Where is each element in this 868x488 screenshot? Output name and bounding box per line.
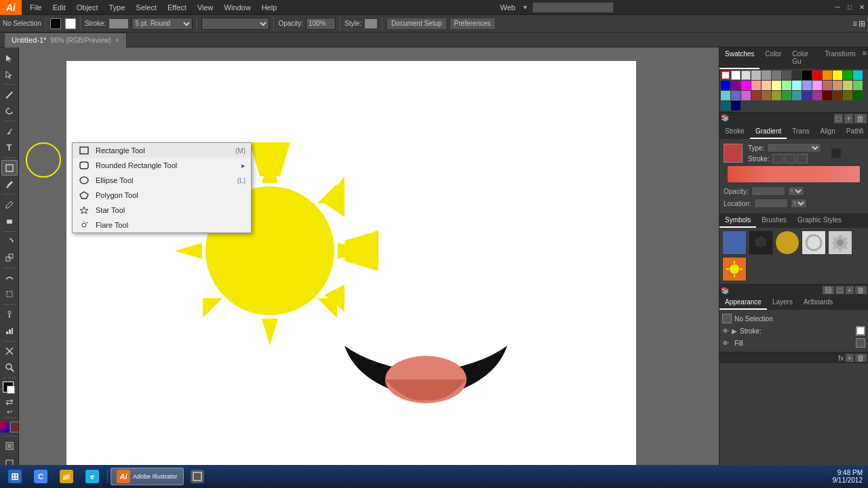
menu-window[interactable]: Window: [219, 2, 256, 13]
variable-select[interactable]: [201, 18, 269, 30]
stroke-align-outer-icon[interactable]: [797, 154, 808, 163]
swatch-item[interactable]: [843, 81, 852, 90]
fill-visibility-icon[interactable]: 👁: [722, 340, 729, 347]
magic-wand-tool-button[interactable]: [1, 87, 18, 102]
document-setup-button[interactable]: Document Setup: [387, 18, 447, 30]
slice-tool-button[interactable]: [1, 344, 18, 359]
maximize-button[interactable]: □: [844, 0, 856, 15]
graphic-styles-tab[interactable]: Graphic Styles: [792, 214, 847, 228]
swap-colors-icon[interactable]: ⇄: [5, 396, 14, 407]
stroke-appear-swatch[interactable]: [856, 326, 865, 336]
opacity-input[interactable]: [306, 18, 336, 30]
menu-view[interactable]: View: [192, 2, 219, 13]
view-mode-icon[interactable]: [1, 439, 18, 454]
preferences-button[interactable]: Preferences: [450, 18, 496, 30]
swatch-item[interactable]: [721, 91, 730, 100]
gradient-bar[interactable]: [728, 166, 860, 182]
swatch-item[interactable]: [772, 91, 781, 100]
swatch-item[interactable]: [823, 91, 832, 100]
rotate-tool-button[interactable]: [1, 234, 18, 249]
search-input[interactable]: [532, 2, 614, 13]
stroke-color-swatch[interactable]: [65, 18, 76, 29]
orange-swatch[interactable]: [823, 70, 832, 80]
menu-edit[interactable]: Edit: [47, 2, 71, 13]
symbols-tab[interactable]: Symbols: [719, 214, 756, 228]
fill-appear-swatch[interactable]: [856, 338, 865, 348]
document-tab[interactable]: Untitled-1* 96% (RGB/Preview) ×: [4, 33, 127, 47]
swatch-item[interactable]: [782, 91, 791, 100]
polygon-tool-menu-item[interactable]: Polygon Tool: [73, 188, 251, 203]
none-swatch[interactable]: [721, 70, 730, 80]
swatch-item[interactable]: [751, 70, 761, 80]
fill-color-swatch[interactable]: [50, 18, 61, 29]
delete-appearance-icon[interactable]: 🗑: [855, 354, 867, 362]
direct-selection-tool-button[interactable]: [1, 66, 18, 82]
swatch-item[interactable]: [823, 81, 832, 90]
shape-taskbar-button[interactable]: [185, 468, 210, 485]
swatch-item[interactable]: [802, 81, 812, 90]
star-tool-menu-item[interactable]: Star Tool: [73, 203, 251, 218]
swatch-library-icon[interactable]: 📚: [721, 114, 729, 123]
swatch-item[interactable]: [782, 70, 791, 80]
swatches-tab[interactable]: Swatches: [719, 47, 760, 69]
swatch-item[interactable]: [731, 101, 741, 110]
stroke-visibility-icon[interactable]: 👁: [722, 327, 729, 335]
color-fill-swatch[interactable]: [1, 380, 18, 396]
symbol-item-circle[interactable]: [775, 230, 800, 255]
swatch-item[interactable]: [843, 91, 852, 100]
shape-tool-button[interactable]: [1, 160, 18, 176]
swatch-item[interactable]: [833, 91, 842, 100]
transform-tab[interactable]: Transform: [819, 47, 861, 69]
opacity-value-input[interactable]: [751, 186, 785, 196]
black-swatch[interactable]: [802, 70, 812, 80]
stroke-expand-icon[interactable]: ▶: [732, 327, 737, 335]
menu-file[interactable]: File: [24, 2, 47, 13]
ellipse-tool-menu-item[interactable]: Ellipse Tool (L): [73, 173, 251, 188]
swatch-item[interactable]: [802, 91, 812, 100]
swatch-item[interactable]: [812, 81, 822, 90]
fx-icon[interactable]: fx: [838, 354, 844, 362]
layers-tab[interactable]: Layers: [767, 296, 798, 310]
illustrator-taskbar-button[interactable]: Ai Adobe Illustrator: [111, 468, 184, 485]
eraser-tool-button[interactable]: [1, 214, 18, 229]
pencil-tool-button[interactable]: [1, 197, 18, 212]
gradient-color-stop[interactable]: [724, 144, 743, 163]
delete-swatch-icon[interactable]: 🗑: [854, 114, 867, 123]
zoom-tool-button[interactable]: [1, 360, 18, 375]
selection-tool-button[interactable]: [1, 50, 18, 66]
transparency-panel-tab[interactable]: Trans: [787, 125, 814, 139]
swatch-item[interactable]: [751, 91, 761, 100]
new-color-group-icon[interactable]: □: [834, 114, 843, 123]
swatch-item[interactable]: [762, 91, 771, 100]
warp-tool-button[interactable]: [1, 270, 18, 286]
stroke-panel-tab[interactable]: Stroke: [719, 125, 750, 139]
magenta-swatch[interactable]: [741, 81, 751, 90]
paintbrush-tool-button[interactable]: [1, 176, 18, 192]
swatch-item[interactable]: [751, 81, 761, 90]
swatch-item[interactable]: [741, 91, 751, 100]
blue-swatch[interactable]: [721, 81, 730, 90]
purple-swatch[interactable]: [731, 81, 741, 90]
swatch-item[interactable]: [762, 81, 771, 90]
minimize-button[interactable]: ─: [831, 0, 844, 15]
swatch-item[interactable]: [772, 81, 781, 90]
brushes-tab[interactable]: Brushes: [756, 214, 792, 228]
flare-tool-menu-item[interactable]: Flare Tool: [73, 218, 251, 232]
swatch-item[interactable]: [762, 70, 771, 80]
swatch-item[interactable]: [792, 81, 802, 90]
panel-options-icon[interactable]: ≡: [852, 19, 857, 28]
new-appearance-icon[interactable]: +: [846, 354, 854, 362]
swatch-item[interactable]: [833, 81, 842, 90]
rectangle-tool-menu-item[interactable]: Rectangle Tool (M): [73, 143, 251, 158]
color-guide-tab[interactable]: Color Gu: [787, 47, 819, 69]
menu-object[interactable]: Object: [71, 2, 104, 13]
swatch-item[interactable]: [812, 91, 822, 100]
symbol-sprayer-tool-button[interactable]: [1, 307, 18, 323]
ie-taskbar-button[interactable]: e: [80, 468, 104, 485]
appearance-tab[interactable]: Appearance: [719, 296, 767, 310]
swatch-item[interactable]: [772, 70, 781, 80]
break-link-icon[interactable]: ⛓: [823, 286, 834, 294]
swatch-item[interactable]: [782, 81, 791, 90]
swatch-item[interactable]: [853, 91, 863, 100]
column-graph-tool-button[interactable]: [1, 323, 18, 339]
